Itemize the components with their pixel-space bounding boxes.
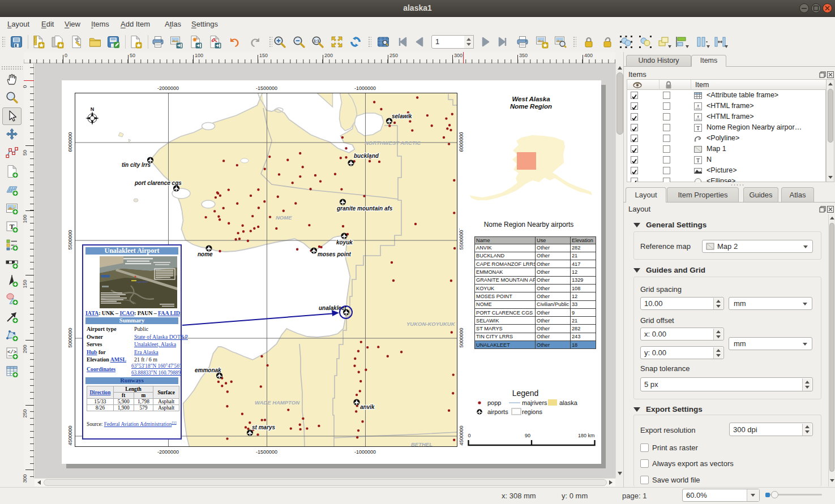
svg-text:port clarence cgs: port clarence cgs [134,180,182,186]
svg-text:§: § [697,104,699,108]
svg-text:majrivers: majrivers [522,399,547,406]
svg-text:emmonak: emmonak [195,367,221,373]
svg-text:buckland: buckland [354,153,379,159]
svg-text:airports: airports [487,408,508,415]
svg-text:nome: nome [198,251,213,257]
svg-text:YUKON-KOYUKUK: YUKON-KOYUKUK [406,321,456,327]
svg-text:unalakleet: unalakleet [319,305,347,311]
svg-text:NOME: NOME [276,214,292,221]
svg-text:selawik: selawik [392,113,412,119]
svg-text:anvik: anvik [360,404,375,410]
svg-text:T: T [696,157,700,163]
svg-text:tin city lrrs: tin city lrrs [122,162,151,168]
svg-text:WADE HAMPTON: WADE HAMPTON [255,399,300,406]
svg-text:regions: regions [522,408,543,415]
svg-text:st marys: st marys [252,424,276,430]
svg-text:BETHEL: BETHEL [411,441,433,447]
svg-text:koyuk: koyuk [336,239,353,245]
svg-text:NORTHWEST ARCTIC: NORTHWEST ARCTIC [365,140,421,146]
svg-text:N: N [90,106,94,112]
svg-text:alaska: alaska [559,399,578,406]
svg-text:T: T [696,125,700,131]
svg-text:popp: popp [487,399,501,406]
svg-text:moses point: moses point [318,251,352,257]
svg-text:granite mountain afs: granite mountain afs [336,205,393,212]
svg-text:1500 FEET: 1500 FEET [136,281,148,283]
svg-text:§: § [697,114,699,119]
